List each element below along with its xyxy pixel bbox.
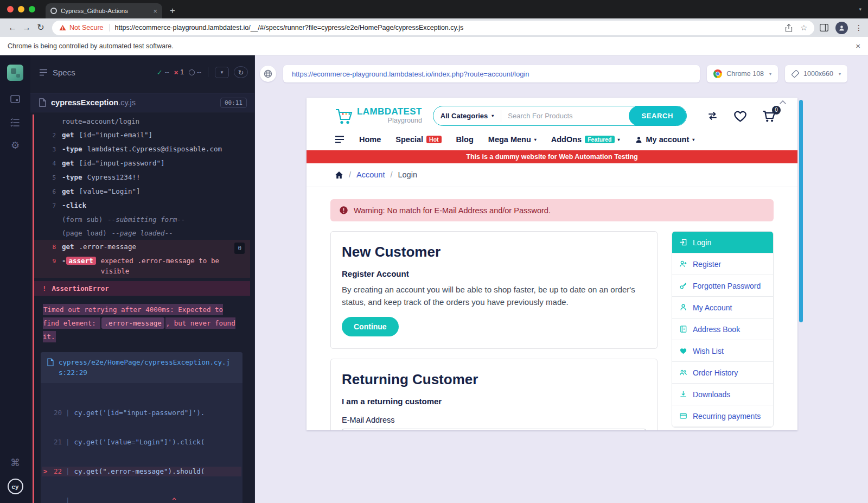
tab-search-icon[interactable]: ▾ — [859, 7, 861, 12]
not-secure-label[interactable]: Not Secure — [69, 24, 104, 31]
nav-item-addons[interactable]: AddOnsFeatured▾ — [551, 135, 620, 144]
command-row[interactable]: 2 get[id="input-email"] — [34, 128, 250, 142]
profile-avatar[interactable] — [835, 22, 848, 34]
error-name: AssertionError — [52, 284, 109, 292]
browser-toolbar: ← → ↻ Not Secure https://ecommerce-playg… — [0, 18, 868, 37]
stats-divider — [208, 67, 208, 77]
sidebar-icon-settings[interactable]: ⚙ — [11, 141, 20, 150]
cart-count-badge: 0 — [772, 106, 781, 114]
email-field[interactable] — [342, 429, 646, 430]
featured-badge: Featured — [585, 136, 614, 144]
cypress-nav-sidebar: ⚙ ⌘ cy — [0, 55, 30, 503]
compare-icon[interactable] — [706, 111, 719, 120]
forward-button[interactable]: → — [20, 23, 34, 32]
account-menu-recurring-payments[interactable]: Recurring payments — [672, 405, 773, 427]
window-close-button[interactable] — [7, 6, 14, 12]
command-row[interactable]: 7 click — [34, 199, 250, 213]
viewport-icon — [792, 70, 799, 78]
command-name: type — [66, 145, 82, 153]
infobar-text: Chrome is being controlled by automated … — [8, 42, 174, 50]
browser-menu-icon[interactable]: ⋮ — [855, 23, 863, 32]
command-row[interactable]: 3 typelambdatest.Cypress@disposable.com — [34, 142, 250, 156]
keyboard-shortcuts-icon[interactable]: ⌘ — [10, 458, 20, 468]
command-row-failed-assert[interactable]: 9 assertexpected .error-message to be vi… — [34, 254, 250, 278]
code-frame-file-link[interactable]: cypress/e2e/HomePage/cypressException.cy… — [41, 352, 242, 383]
event-row: (page load)--page loaded-- — [34, 226, 250, 240]
new-tab-button[interactable]: + — [170, 5, 175, 16]
nav-item-special[interactable]: SpecialHot — [395, 135, 441, 144]
specs-title[interactable]: Specs — [53, 68, 75, 77]
command-row[interactable]: 4 get[id="input-password"] — [34, 156, 250, 170]
command-row[interactable]: 6 get[value="Login"] — [34, 184, 250, 199]
browser-tab[interactable]: Cypress_Github-Actions × — [46, 3, 162, 18]
search-input[interactable] — [501, 112, 628, 120]
viewport-selector[interactable]: 1000x660 ▾ — [785, 65, 847, 82]
bookmark-star-icon[interactable]: ☆ — [800, 23, 807, 32]
sidebar-icon-debug[interactable] — [10, 118, 21, 128]
menu-toggler-icon[interactable] — [335, 136, 344, 143]
window-zoom-button[interactable] — [29, 6, 35, 12]
command-message: [id="input-email"] — [79, 131, 152, 139]
command-row[interactable]: 5 typeCypress1234!! — [34, 170, 250, 184]
breadcrumb-account-link[interactable]: Account — [356, 170, 385, 179]
nav-item-blog[interactable]: Blog — [456, 135, 474, 144]
sidebar-icon-specs[interactable] — [7, 65, 23, 81]
account-menu-order-history[interactable]: Order History — [672, 362, 773, 384]
tab-close-icon[interactable]: × — [153, 7, 157, 15]
nav-item-my-account[interactable]: My account▾ — [635, 135, 695, 144]
infobar-close-icon[interactable]: × — [856, 41, 860, 50]
account-menu-wish-list[interactable]: Wish List — [672, 340, 773, 362]
account-menu-address-book[interactable]: Address Book — [672, 319, 773, 340]
aut-scrollbar-thumb[interactable] — [799, 100, 803, 322]
account-menu-my-account[interactable]: My Account — [672, 297, 773, 319]
chevron-down-icon: ▾ — [692, 137, 694, 142]
shop-header: LAMBDATEST Playground All Categories ▾ S… — [307, 98, 797, 130]
command-row-failed[interactable]: 8 get.error-message 0 — [34, 240, 250, 254]
spec-file-row[interactable]: cypressException.cy.js 00:11 — [30, 93, 254, 112]
lambdatest-logo[interactable]: LAMBDATEST Playground — [335, 107, 422, 124]
aut-scrollbar[interactable] — [799, 99, 803, 430]
spec-extension: .cy.js — [118, 98, 136, 107]
aut-url-display[interactable]: https://ecommerce-playground.lambdatest.… — [283, 65, 700, 82]
home-icon[interactable] — [335, 171, 343, 179]
nav-item-mega-menu[interactable]: Mega Menu▾ — [488, 135, 537, 144]
wishlist-heart-icon[interactable] — [733, 110, 747, 122]
account-menu-downloads[interactable]: Downloads — [672, 384, 773, 405]
window-minimize-button[interactable] — [18, 6, 24, 12]
side-panel-icon[interactable] — [820, 24, 828, 31]
viewport-info-button[interactable] — [260, 66, 276, 82]
chevron-down-icon: ▾ — [534, 137, 537, 142]
returning-customer-subtitle: I am a returning customer — [342, 397, 646, 406]
cypress-logo[interactable]: cy — [8, 479, 23, 494]
search-button[interactable]: SEARCH — [629, 106, 687, 126]
nav-item-home[interactable]: Home — [359, 135, 381, 144]
failed-x-icon: × — [174, 68, 178, 77]
share-icon[interactable] — [785, 24, 793, 32]
address-url[interactable]: https://ecommerce-playground.lambdatest.… — [115, 24, 780, 31]
product-search-bar: All Categories ▾ SEARCH — [433, 106, 687, 126]
browser-selector[interactable]: Chrome 108 ▾ — [707, 65, 778, 82]
scroll-top-chevron-icon[interactable] — [779, 100, 787, 105]
window-controls — [7, 6, 35, 12]
breadcrumb-separator — [390, 170, 392, 179]
sidebar-icon-runs[interactable] — [10, 94, 21, 105]
rerun-tests-button[interactable]: ↻ — [234, 66, 248, 78]
account-menu-register[interactable]: Register — [672, 253, 773, 275]
back-button[interactable]: ← — [5, 23, 20, 32]
category-dropdown[interactable]: All Categories ▾ — [433, 112, 501, 120]
returning-customer-title: Returning Customer — [342, 371, 646, 388]
collapse-tests-button[interactable]: ▾ — [215, 67, 229, 78]
code-file-path: cypress/e2e/HomePage/cypressException.cy… — [59, 357, 236, 378]
address-bar[interactable]: Not Secure https://ecommerce-playground.… — [52, 21, 814, 35]
specs-list-icon[interactable] — [39, 69, 48, 76]
globe-icon — [264, 69, 272, 78]
account-menu-forgotten-password[interactable]: Forgotten Password — [672, 275, 773, 297]
command-row[interactable]: route=account/login — [34, 114, 250, 128]
logo-title: LAMBDATEST — [357, 107, 422, 117]
command-message: [value="Login"] — [79, 187, 141, 195]
continue-button[interactable]: Continue — [342, 317, 399, 336]
cart-button[interactable]: 0 — [762, 110, 776, 123]
account-menu-login[interactable]: Login — [672, 232, 773, 253]
reload-button[interactable]: ↻ — [34, 23, 48, 32]
code-snippet: 20cy.get('[id="input-password"]'). 21cy.… — [41, 383, 242, 503]
